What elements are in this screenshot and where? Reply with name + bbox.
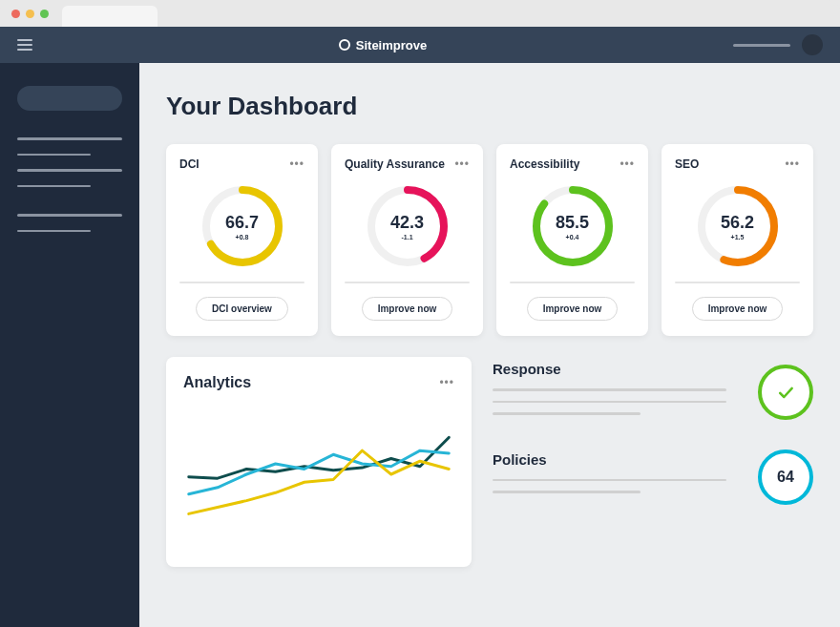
chart-series-line (189, 437, 450, 478)
score-gauge: 85.5 +0.4 (527, 180, 619, 272)
header-right (733, 34, 823, 55)
window-close-icon[interactable] (11, 10, 20, 18)
brand-text: Siteimprove (356, 38, 427, 52)
card-action-button[interactable]: Improve now (692, 297, 784, 321)
placeholder-line (493, 401, 726, 404)
response-title: Response (493, 361, 739, 377)
score-card: Accessibility ••• 85.5 +0.4 Improve now (496, 144, 648, 336)
sidebar-active-item[interactable] (17, 86, 122, 111)
score-value: 56.2 (721, 213, 754, 233)
card-action-button[interactable]: DCI overview (196, 297, 288, 321)
sidebar (0, 63, 139, 627)
progress-line (675, 282, 800, 283)
score-cards-row: DCI ••• 66.7 +0.8 DCI overview Quality A… (166, 144, 813, 336)
analytics-chart (183, 403, 454, 546)
sidebar-item[interactable] (17, 137, 122, 140)
policies-title: Policies (493, 451, 739, 468)
score-delta: +0.4 (566, 234, 579, 240)
more-icon[interactable]: ••• (785, 157, 800, 171)
browser-tab[interactable] (62, 6, 158, 27)
score-card: DCI ••• 66.7 +0.8 DCI overview (166, 144, 318, 336)
score-gauge: 66.7 +0.8 (197, 180, 288, 272)
card-action-button[interactable]: Improve now (362, 297, 453, 321)
more-icon[interactable]: ••• (289, 157, 304, 171)
more-icon[interactable]: ••• (620, 157, 635, 171)
card-title: Quality Assurance (345, 157, 445, 171)
card-title: DCI (179, 157, 200, 171)
sidebar-item[interactable] (17, 214, 122, 217)
score-value: 85.5 (556, 213, 589, 233)
response-status-ring (758, 365, 813, 420)
menu-icon[interactable] (17, 39, 32, 51)
placeholder-line (493, 479, 726, 482)
card-title: Accessibility (510, 157, 579, 171)
analytics-card: Analytics ••• (166, 357, 472, 567)
card-title: SEO (675, 157, 699, 171)
app-header: Siteimprove (0, 27, 840, 63)
page-title: Your Dashboard (166, 92, 813, 121)
score-value: 66.7 (225, 213, 259, 233)
score-card: Quality Assurance ••• 42.3 -1.1 Improve … (331, 144, 483, 336)
policies-value: 64 (777, 469, 794, 486)
check-icon (776, 383, 795, 402)
policies-section: Policies 64 (493, 449, 813, 505)
sidebar-item[interactable] (17, 230, 91, 233)
more-icon[interactable]: ••• (454, 157, 470, 171)
score-gauge: 42.3 -1.1 (362, 180, 453, 272)
progress-line (179, 282, 304, 283)
avatar[interactable] (802, 34, 823, 55)
score-gauge: 56.2 +1.5 (692, 180, 784, 272)
chart-series-line (189, 450, 450, 494)
placeholder-line (493, 388, 726, 391)
score-value: 42.3 (390, 213, 424, 233)
main-content: Your Dashboard DCI ••• 66.7 +0.8 DCI ove… (139, 63, 840, 627)
sidebar-item[interactable] (17, 169, 122, 172)
score-delta: +0.8 (236, 234, 249, 240)
sidebar-item[interactable] (17, 154, 91, 157)
analytics-title: Analytics (183, 374, 251, 391)
score-card: SEO ••• 56.2 +1.5 Improve now (662, 144, 813, 336)
progress-line (345, 282, 470, 283)
brand-logo[interactable]: Siteimprove (339, 38, 427, 52)
window-minimize-icon[interactable] (26, 10, 34, 18)
card-action-button[interactable]: Improve now (527, 297, 619, 321)
sidebar-item[interactable] (17, 185, 91, 188)
window-maximize-icon[interactable] (40, 10, 49, 18)
brand-mark-icon (339, 39, 350, 51)
score-delta: +1.5 (731, 234, 745, 240)
placeholder-line (493, 491, 640, 493)
policies-value-ring: 64 (758, 449, 813, 505)
more-icon[interactable]: ••• (439, 376, 454, 389)
placeholder-line (493, 412, 640, 415)
progress-line (510, 282, 635, 283)
browser-chrome (0, 0, 840, 27)
header-slider[interactable] (733, 44, 790, 47)
response-section: Response (493, 361, 813, 425)
score-delta: -1.1 (401, 234, 412, 240)
